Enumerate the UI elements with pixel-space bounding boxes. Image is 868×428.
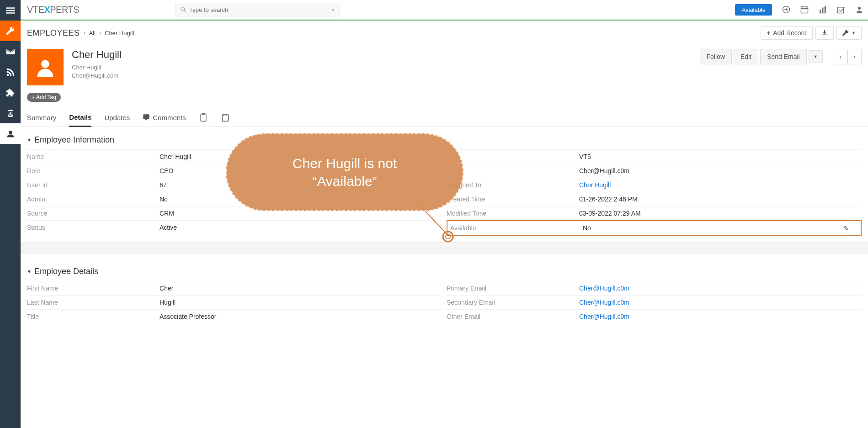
details-right-col: Primary EmailCher@Hugill.c0m Secondary E…: [447, 281, 862, 323]
field-row: VT5: [447, 149, 862, 164]
section-employee-info: ▼Employee Information NameCher Hugill Ro…: [21, 127, 868, 238]
tab-comments[interactable]: Comments: [143, 114, 186, 126]
available-button[interactable]: Available: [735, 4, 772, 16]
import-button[interactable]: [815, 26, 834, 40]
section-title[interactable]: ▼Employee Information: [27, 135, 862, 145]
section-divider: [21, 242, 868, 254]
main-content: EMPLOYEES › All › Cher Hugill +Add Recor…: [21, 21, 868, 325]
tab-summary[interactable]: Summary: [27, 114, 56, 126]
left-sidebar: [0, 0, 21, 325]
svg-point-5: [181, 7, 185, 11]
field-row: StatusActive: [27, 220, 442, 234]
svg-rect-16: [825, 6, 826, 13]
field-row: Other EmailCher@Hugill.c0m: [447, 309, 862, 323]
field-row: Secondary EmailCher@Hugill.c0m: [447, 295, 862, 309]
record-info: Cher Hugill Cher Hugill Cher@Hugill.c0m: [72, 49, 122, 80]
field-row: NameCher Hugill: [27, 149, 442, 164]
field-row: Primary EmailCher@Hugill.c0m: [447, 281, 862, 295]
info-right-col: VT5 Cher@Hugill.c0m Assigned ToCher Hugi…: [447, 149, 862, 236]
settings-dropdown-button[interactable]: ▼: [836, 26, 862, 40]
svg-point-19: [858, 7, 861, 10]
search-icon: [180, 6, 186, 13]
comment-icon: [143, 114, 150, 121]
svg-point-20: [41, 60, 49, 68]
trash-icon[interactable]: [0, 103, 21, 123]
clipboard-icon[interactable]: [199, 113, 208, 127]
details-left-col: First NameCher Last NameHugill TitleAsso…: [27, 281, 442, 323]
field-row: User Id67: [27, 178, 442, 192]
field-row-available: AvailableNo: [447, 220, 862, 236]
svg-rect-10: [801, 7, 808, 13]
info-left-col: NameCher Hugill RoleCEO User Id67 AdminN…: [27, 149, 442, 236]
top-header: VTEXPERTS ▾ Available: [21, 0, 868, 20]
record-title: Cher Hugill: [72, 49, 122, 61]
svg-point-3: [6, 74, 9, 76]
field-row: Created Time01-26-2022 2:46 PM: [447, 192, 862, 206]
field-row: SourceCRM: [27, 206, 442, 220]
puzzle-icon[interactable]: [0, 82, 21, 103]
header-right: Available: [735, 4, 863, 16]
record-actions: Follow Edit Send Email ▼ ‹ ›: [700, 49, 862, 64]
tabs: Summary Details Updates Comments: [21, 106, 868, 127]
svg-rect-21: [201, 114, 206, 122]
notes-icon[interactable]: [221, 113, 230, 127]
svg-rect-23: [222, 115, 228, 121]
follow-button[interactable]: Follow: [700, 49, 732, 64]
svg-rect-2: [6, 12, 15, 13]
breadcrumb-bar: EMPLOYEES › All › Cher Hugill +Add Recor…: [21, 21, 868, 42]
breadcrumb-current: Cher Hugill: [105, 30, 134, 37]
search-input[interactable]: [189, 6, 332, 13]
send-email-button[interactable]: Send Email: [760, 49, 807, 64]
logo: VTEXPERTS: [27, 5, 79, 15]
add-record-button[interactable]: +Add Record: [761, 26, 813, 40]
svg-line-6: [184, 11, 186, 12]
record-email: Cher@Hugill.c0m: [72, 72, 122, 80]
edit-pencil-icon[interactable]: ✎: [843, 225, 849, 232]
record-subtitle: Cher Hugill: [72, 63, 122, 72]
field-row: AdminNo: [27, 192, 442, 206]
add-icon[interactable]: [782, 5, 790, 14]
next-record-button[interactable]: ›: [847, 49, 862, 64]
record-header: Cher Hugill Cher Hugill Cher@Hugill.c0m …: [21, 42, 868, 90]
more-actions-button[interactable]: ▼: [809, 50, 823, 63]
field-row: TitleAssociate Professor: [27, 309, 442, 323]
tab-updates[interactable]: Updates: [104, 114, 130, 126]
wrench-icon[interactable]: [0, 21, 21, 41]
field-row: RoleCEO: [27, 164, 442, 178]
user-icon[interactable]: [0, 123, 21, 144]
svg-rect-18: [838, 7, 844, 13]
svg-rect-14: [820, 10, 821, 13]
svg-point-4: [9, 131, 12, 134]
avatar: [27, 49, 64, 85]
breadcrumb-all[interactable]: All: [89, 30, 96, 37]
tab-details[interactable]: Details: [69, 113, 91, 127]
chart-icon[interactable]: [819, 5, 827, 14]
field-row: Cher@Hugill.c0m: [447, 164, 862, 178]
accent-line: [21, 20, 868, 21]
prev-record-button[interactable]: ‹: [834, 49, 848, 64]
add-tag-button[interactable]: +Add Tag: [27, 93, 61, 102]
svg-rect-1: [6, 10, 15, 11]
search-dropdown-icon[interactable]: ▾: [332, 7, 335, 13]
user-menu-icon[interactable]: [855, 5, 863, 14]
section-title[interactable]: ▼Employee Details: [27, 267, 862, 276]
checkbox-icon[interactable]: [837, 5, 845, 14]
field-row: Modified Time03-09-2022 07:29 AM: [447, 206, 862, 220]
module-name: EMPLOYEES: [27, 28, 80, 38]
field-row: Assigned ToCher Hugill: [447, 178, 862, 192]
field-row: Last NameHugill: [27, 295, 442, 309]
svg-rect-0: [6, 7, 15, 9]
section-employee-details: ▼Employee Details First NameCher Last Na…: [21, 259, 868, 325]
svg-rect-15: [822, 8, 824, 13]
breadcrumb-sep: ›: [99, 30, 101, 36]
breadcrumb-sep: ›: [84, 30, 85, 36]
mail-icon[interactable]: [0, 41, 21, 62]
calendar-icon[interactable]: [800, 5, 809, 14]
svg-rect-22: [202, 113, 205, 115]
field-row: First NameCher: [27, 281, 442, 295]
search-box[interactable]: ▾: [175, 3, 340, 16]
edit-button[interactable]: Edit: [734, 49, 758, 64]
rss-icon[interactable]: [0, 62, 21, 82]
pager: ‹ ›: [834, 49, 862, 64]
menu-icon[interactable]: [0, 0, 21, 21]
